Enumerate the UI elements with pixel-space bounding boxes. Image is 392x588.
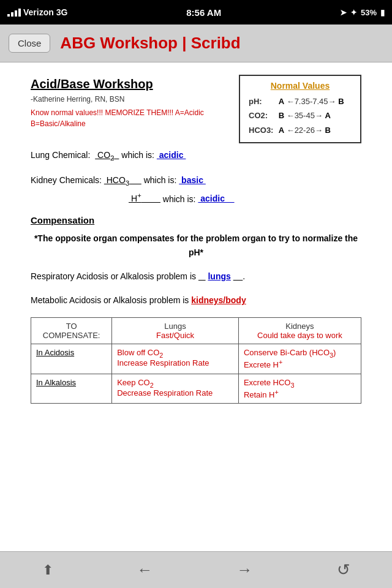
table-row-acidosis: In Acidosis Blow off CO2Increase Respira… [31, 344, 361, 374]
status-time: 8:56 AM [186, 7, 221, 18]
lung-which-is: which is: [121, 150, 154, 160]
table-header-kidneys: KidneysCould take days to work [238, 317, 361, 344]
carrier-label: Verizon [23, 7, 54, 17]
kidney-row-2: H+ which is: acidic [31, 189, 361, 207]
lung-chemical-fill: CO2 [95, 150, 119, 160]
metabolic-answer: kidneys/body [191, 293, 246, 308]
respiratory-answer: lungs [208, 269, 230, 284]
close-button[interactable]: Close [9, 34, 50, 53]
compensation-table: TOCOMPENSATE: LungsFast/Quick KidneysCou… [31, 317, 361, 404]
kidney-which-1: which is: [144, 175, 177, 185]
forward-icon[interactable]: → [237, 560, 253, 579]
battery-icon: ▮ [380, 8, 385, 17]
status-bar: Verizon 3G 8:56 AM ➤ ✦ 53% ▮ [0, 0, 392, 24]
table-cell-alkalosis-kidneys: Excrete HCO3Retain H+ [238, 374, 361, 404]
table-header-lungs: LungsFast/Quick [112, 317, 239, 344]
kidney-row-1: Kidney Chemicals: HCO3 which is: basic [31, 173, 361, 189]
respiratory-section: Respiratory Acidosis or Alkalosis proble… [31, 269, 361, 284]
table-row-alkalosis: In Alkalosis Keep CO2Decrease Respiratio… [31, 374, 361, 404]
refresh-icon[interactable]: ↺ [337, 560, 350, 579]
bluetooth-icon: ✦ [350, 8, 357, 17]
kidney-chemicals-section: Kidney Chemicals: HCO3 which is: basic H… [31, 173, 361, 207]
toolbar: ⬆ ← → ↺ [0, 551, 392, 588]
status-right: ➤ ✦ 53% ▮ [340, 8, 385, 17]
normal-values-hco3: HCO3: A ←22-26→ B [249, 123, 352, 137]
table-cell-alkalosis-label: In Alkalosis [31, 374, 112, 404]
kidney-hco3: HCO3 [104, 175, 141, 185]
normal-values-box: Normal Values pH: A ←7.35-7.45→ B CO2: B… [239, 75, 361, 143]
header-title: ABG Workshop | Scribd [60, 34, 240, 53]
back-icon[interactable]: ← [137, 560, 153, 579]
normal-values-title: Normal Values [249, 81, 352, 91]
kidney-prefix: Kidney Chemicals: [31, 175, 104, 185]
compensation-title: Compensation [31, 215, 361, 225]
kidney-h-plus: H+ [129, 194, 160, 203]
signal-bars-icon [7, 9, 21, 17]
table-header-compensate: TOCOMPENSATE: [31, 317, 112, 344]
normal-values-co2: CO2: B ←35-45→ A [249, 108, 352, 123]
kidney-value-2: acidic [198, 191, 234, 206]
content-area: Normal Values pH: A ←7.35-7.45→ B CO2: B… [0, 62, 392, 551]
respiratory-text: Respiratory Acidosis or Alkalosis proble… [31, 271, 196, 281]
header: Close ABG Workshop | Scribd [0, 24, 392, 62]
lung-value: acidic [157, 148, 186, 163]
lung-chemical-section: Lung Chemical: CO2 which is: acidic [31, 148, 361, 164]
table-cell-acidosis-lungs: Blow off CO2Increase Respiration Rate [112, 344, 239, 374]
metabolic-text: Metabolic Acidosis or Alkalosis problem … [31, 295, 189, 305]
normal-values-ph: pH: A ←7.35-7.45→ B [249, 94, 352, 108]
navigate-icon: ➤ [340, 8, 347, 17]
table-cell-acidosis-label: In Acidosis [31, 344, 112, 374]
battery-label: 53% [361, 8, 377, 17]
kidney-value-1: basic [179, 173, 206, 188]
metabolic-section: Metabolic Acidosis or Alkalosis problem … [31, 293, 361, 308]
respiratory-fill2 [233, 271, 243, 281]
kidney-which-2: which is: [163, 194, 196, 203]
table-cell-alkalosis-lungs: Keep CO2Decrease Respiration Rate [112, 374, 239, 404]
share-icon[interactable]: ⬆ [42, 562, 53, 578]
lung-chemical-prefix: Lung Chemical: [31, 150, 90, 160]
table-cell-acidosis-kidneys: Conserve Bi-Carb (HCO3)Excrete H+ [238, 344, 361, 374]
compensation-section: Compensation *The opposite organ compens… [31, 215, 361, 259]
network-label: 3G [56, 7, 68, 17]
respiratory-fill [198, 271, 206, 281]
compensation-quote: *The opposite organ compensates for the … [31, 232, 361, 259]
status-carrier: Verizon 3G [7, 7, 67, 17]
